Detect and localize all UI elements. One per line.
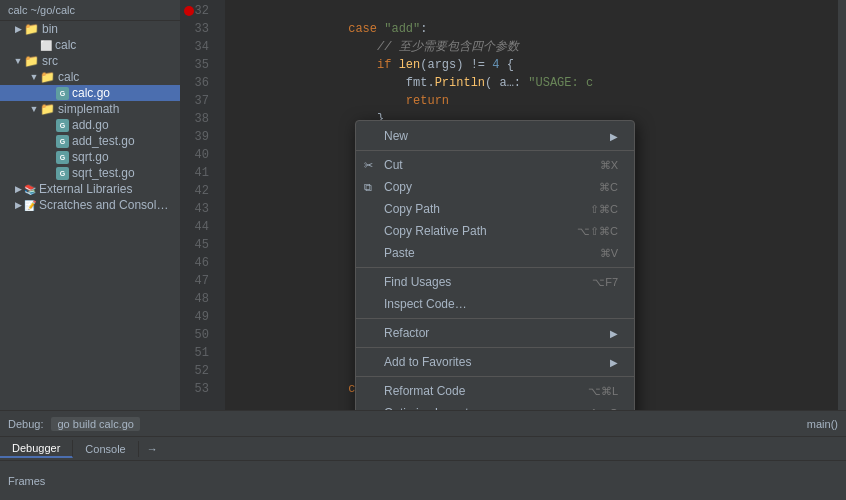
sidebar-item-add-go[interactable]: ▶ G add.go — [0, 117, 180, 133]
go-file-icon-sqrt: G — [56, 151, 69, 164]
expand-arrow-scratches: ▶ — [12, 200, 24, 210]
editor-area: 32 33 34 35 36 37 38 39 40 41 42 43 44 4… — [180, 0, 846, 410]
sidebar-item-calc-go[interactable]: ▶ G calc.go — [0, 85, 180, 101]
sidebar-item-add-test-go[interactable]: ▶ G add_test.go — [0, 133, 180, 149]
menu-item-paste[interactable]: Paste ⌘V — [356, 242, 634, 264]
debug-run-label: go build calc.go — [51, 417, 139, 431]
sidebar-label-bin: bin — [42, 22, 58, 36]
menu-item-optimize-imports[interactable]: Optimize Imports ^⌥O — [356, 402, 634, 410]
shortcut-paste: ⌘V — [580, 247, 618, 260]
context-menu: New ▶ ✂ Cut ⌘X ⧉ Copy ⌘C Copy Path ⇧⌘C — [355, 120, 635, 410]
sidebar-label-calc-folder: calc — [58, 70, 79, 84]
go-file-icon-add-test: G — [56, 135, 69, 148]
line-num-32: 32 — [180, 2, 217, 20]
shortcut-optimize-imports: ^⌥O — [571, 407, 618, 411]
line-num-34: 34 — [180, 38, 217, 56]
line-num-39: 39 — [180, 128, 217, 146]
tab-arrow: → — [139, 441, 166, 457]
menu-label-cut: Cut — [384, 158, 580, 172]
sidebar-header: calc ~/go/calc — [0, 0, 180, 21]
sidebar-label-simplemath: simplemath — [58, 102, 119, 116]
copy-icon: ⧉ — [364, 181, 372, 194]
sidebar-item-calc-bin[interactable]: ▶ ⬜ calc — [0, 37, 180, 53]
sidebar-item-bin[interactable]: ▶ 📁 bin — [0, 21, 180, 37]
line-num-52: 52 — [180, 362, 217, 380]
go-file-icon-add: G — [56, 119, 69, 132]
tab-console[interactable]: Console — [73, 441, 138, 457]
sidebar: calc ~/go/calc ▶ 📁 bin ▶ ⬜ calc ▼ 📁 src … — [0, 0, 180, 410]
menu-item-add-favorites[interactable]: Add to Favorites ▶ — [356, 351, 634, 373]
shortcut-cut: ⌘X — [580, 159, 618, 172]
scroll-indicator[interactable] — [838, 0, 846, 410]
line-num-51: 51 — [180, 344, 217, 362]
folder-icon-src: 📁 — [24, 54, 39, 68]
menu-label-paste: Paste — [384, 246, 580, 260]
line-num-47: 47 — [180, 272, 217, 290]
frames-panel: Frames — [0, 461, 846, 500]
sidebar-label-add-test-go: add_test.go — [72, 134, 135, 148]
expand-arrow-simplemath: ▼ — [28, 104, 40, 114]
expand-arrow-external: ▶ — [12, 184, 24, 194]
sidebar-item-external-libraries[interactable]: ▶ 📚 External Libraries — [0, 181, 180, 197]
menu-label-reformat-code: Reformat Code — [384, 384, 568, 398]
bottom-bar: Debug: go build calc.go main() Debugger … — [0, 410, 846, 500]
shortcut-find-usages: ⌥F7 — [572, 276, 618, 289]
menu-item-cut[interactable]: ✂ Cut ⌘X — [356, 154, 634, 176]
line-num-36: 36 — [180, 74, 217, 92]
menu-item-refactor[interactable]: Refactor ▶ — [356, 322, 634, 344]
sidebar-item-sqrt-go[interactable]: ▶ G sqrt.go — [0, 149, 180, 165]
line-num-41: 41 — [180, 164, 217, 182]
line-num-50: 50 — [180, 326, 217, 344]
menu-sep-5 — [356, 376, 634, 377]
file-icon-calc-bin: ⬜ — [40, 40, 52, 51]
tab-debugger[interactable]: Debugger — [0, 440, 73, 458]
menu-item-find-usages[interactable]: Find Usages ⌥F7 — [356, 271, 634, 293]
sidebar-label-calc-bin: calc — [55, 38, 76, 52]
cut-icon: ✂ — [364, 159, 373, 172]
menu-label-copy-relative-path: Copy Relative Path — [384, 224, 557, 238]
line-num-49: 49 — [180, 308, 217, 326]
sidebar-item-simplemath[interactable]: ▼ 📁 simplemath — [0, 101, 180, 117]
line-num-45: 45 — [180, 236, 217, 254]
sidebar-label-sqrt-test-go: sqrt_test.go — [72, 166, 135, 180]
sidebar-item-src[interactable]: ▼ 📁 src — [0, 53, 180, 69]
shortcut-copy-relative-path: ⌥⇧⌘C — [557, 225, 618, 238]
expand-arrow-src: ▼ — [12, 56, 24, 66]
debug-bar: Debug: go build calc.go main() — [0, 411, 846, 437]
submenu-arrow-refactor: ▶ — [610, 328, 618, 339]
sidebar-item-scratches[interactable]: ▶ 📝 Scratches and Consol… — [0, 197, 180, 213]
sidebar-item-calc-folder[interactable]: ▼ 📁 calc — [0, 69, 180, 85]
library-icon: 📚 — [24, 184, 36, 195]
menu-sep-2 — [356, 267, 634, 268]
expand-arrow-bin: ▶ — [12, 24, 24, 34]
menu-item-reformat-code[interactable]: Reformat Code ⌥⌘L — [356, 380, 634, 402]
line-num-46: 46 — [180, 254, 217, 272]
line-num-38: 38 — [180, 110, 217, 128]
sidebar-label-sqrt-go: sqrt.go — [72, 150, 109, 164]
folder-icon-bin: 📁 — [24, 22, 39, 36]
menu-item-copy-path[interactable]: Copy Path ⇧⌘C — [356, 198, 634, 220]
expand-arrow-calc-folder: ▼ — [28, 72, 40, 82]
menu-label-optimize-imports: Optimize Imports — [384, 406, 571, 410]
line-num-42: 42 — [180, 182, 217, 200]
menu-item-copy[interactable]: ⧉ Copy ⌘C — [356, 176, 634, 198]
line-num-40: 40 — [180, 146, 217, 164]
go-file-icon-calc: G — [56, 87, 69, 100]
menu-label-refactor: Refactor — [384, 326, 610, 340]
menu-label-add-favorites: Add to Favorites — [384, 355, 610, 369]
menu-item-new[interactable]: New ▶ — [356, 125, 634, 147]
line-num-43: 43 — [180, 200, 217, 218]
submenu-arrow-favorites: ▶ — [610, 357, 618, 368]
menu-item-copy-relative-path[interactable]: Copy Relative Path ⌥⇧⌘C — [356, 220, 634, 242]
sidebar-item-sqrt-test-go[interactable]: ▶ G sqrt_test.go — [0, 165, 180, 181]
code-line-32: case "add": — [233, 2, 838, 20]
main-call-label: main() — [807, 418, 838, 430]
go-file-icon-sqrt-test: G — [56, 167, 69, 180]
menu-label-copy-path: Copy Path — [384, 202, 570, 216]
menu-item-inspect-code[interactable]: Inspect Code… — [356, 293, 634, 315]
menu-label-new: New — [384, 129, 610, 143]
scratch-icon: 📝 — [24, 200, 36, 211]
line-num-33: 33 — [180, 20, 217, 38]
line-num-37: 37 — [180, 92, 217, 110]
sidebar-label-scratches: Scratches and Consol… — [39, 198, 168, 212]
